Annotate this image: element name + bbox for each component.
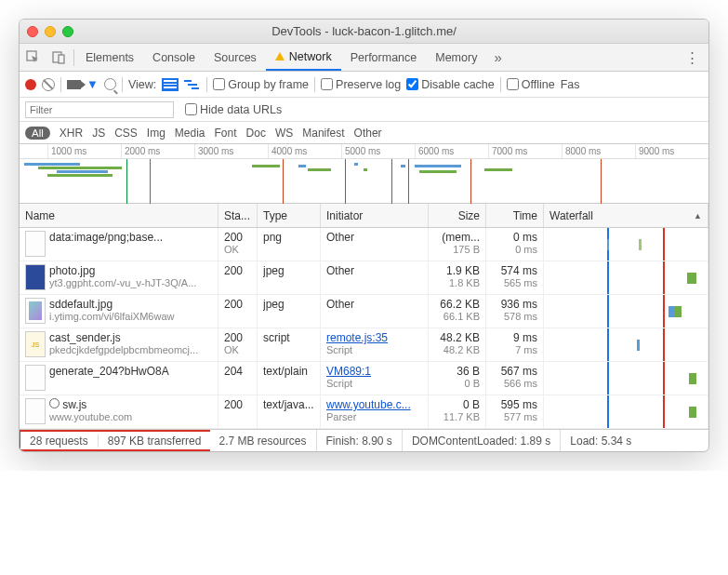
filter-font[interactable]: Font — [215, 127, 237, 140]
close-button[interactable] — [27, 26, 38, 37]
zoom-button[interactable] — [62, 26, 73, 37]
network-toolbar: ▼ View: Group by frame Preserve log Disa… — [20, 72, 708, 98]
network-table-header: Name Sta... Type Initiator Size Time Wat… — [20, 204, 708, 228]
status-transferred: 897 KB transferred — [99, 435, 211, 448]
tab-performance[interactable]: Performance — [341, 44, 427, 71]
status-load: Load: 5.34 s — [561, 430, 641, 451]
table-row[interactable]: sddefault.jpgi.ytimg.com/vi/6lfaiXM6waw … — [20, 295, 708, 328]
network-rows: data:image/png;base... 200OK png Other (… — [20, 228, 708, 429]
search-icon[interactable] — [104, 78, 116, 90]
window-controls — [27, 26, 73, 37]
status-resources: 2.7 MB resources — [209, 430, 316, 451]
filter-all[interactable]: All — [25, 127, 50, 140]
tab-elements[interactable]: Elements — [76, 44, 143, 71]
large-rows-icon[interactable] — [162, 78, 179, 91]
disable-cache-checkbox[interactable]: Disable cache — [406, 78, 495, 91]
settings-menu-icon[interactable]: ⋮ — [676, 49, 708, 66]
timeline-overview[interactable]: 1000 ms 2000 ms 3000 ms 4000 ms 5000 ms … — [20, 144, 708, 204]
inspect-icon[interactable] — [20, 44, 46, 71]
status-finish: Finish: 8.90 s — [317, 430, 403, 451]
minimize-button[interactable] — [45, 26, 56, 37]
gear-icon — [49, 398, 60, 408]
status-requests: 28 requests — [20, 435, 99, 448]
titlebar: DevTools - luck-bacon-1.glitch.me/ — [20, 20, 708, 44]
filter-ws[interactable]: WS — [275, 127, 293, 140]
sort-arrow-icon: ▲ — [694, 211, 702, 221]
col-waterfall[interactable]: Waterfall▲ — [544, 204, 708, 227]
waterfall-view-icon[interactable] — [184, 78, 201, 91]
filter-bar: Hide data URLs — [20, 98, 708, 122]
tab-console[interactable]: Console — [143, 44, 205, 71]
col-time[interactable]: Time — [486, 204, 544, 227]
table-row[interactable]: generate_204?bHwO8A 204 text/plain VM689… — [20, 362, 708, 395]
table-row[interactable]: sw.jswww.youtube.com 200 text/java... ww… — [20, 395, 708, 429]
col-status[interactable]: Sta... — [218, 204, 258, 227]
tab-sources[interactable]: Sources — [205, 44, 266, 71]
status-bar: 28 requests 897 KB transferred 2.7 MB re… — [20, 429, 708, 451]
filter-xhr[interactable]: XHR — [60, 127, 83, 140]
group-by-frame-checkbox[interactable]: Group by frame — [213, 78, 309, 91]
tab-memory[interactable]: Memory — [426, 44, 486, 71]
filter-other[interactable]: Other — [354, 127, 382, 140]
status-dcl: DOMContentLoaded: 1.89 s — [403, 430, 561, 451]
filter-input[interactable] — [25, 101, 174, 118]
filter-doc[interactable]: Doc — [246, 127, 266, 140]
filter-js[interactable]: JS — [92, 127, 105, 140]
more-tabs-icon[interactable]: » — [486, 49, 509, 65]
type-filter-bar: All XHR JS CSS Img Media Font Doc WS Man… — [20, 122, 708, 144]
table-row[interactable]: data:image/png;base... 200OK png Other (… — [20, 228, 708, 261]
filter-img[interactable]: Img — [147, 127, 165, 140]
warning-icon — [275, 52, 285, 60]
device-toggle-icon[interactable] — [46, 44, 72, 71]
view-label: View: — [128, 78, 156, 91]
filter-css[interactable]: CSS — [114, 127, 138, 140]
panel-tabs: Elements Console Sources Network Perform… — [20, 44, 708, 72]
filter-icon[interactable]: ▼ — [86, 77, 99, 91]
col-name[interactable]: Name — [20, 204, 218, 227]
offline-checkbox[interactable]: Offline — [507, 78, 555, 91]
preserve-log-checkbox[interactable]: Preserve log — [321, 78, 401, 91]
window-title: DevTools - luck-bacon-1.glitch.me/ — [20, 24, 708, 38]
filter-manifest[interactable]: Manifest — [302, 127, 344, 140]
filter-media[interactable]: Media — [175, 127, 205, 140]
table-row[interactable]: JScast_sender.jspkedcjkdefgpdelpbcmbmeom… — [20, 328, 708, 362]
table-row[interactable]: photo.jpgyt3.ggpht.com/-vu_v-hJT-3Q/A...… — [20, 261, 708, 295]
col-type[interactable]: Type — [258, 204, 321, 227]
throttle-label[interactable]: Fas — [561, 78, 580, 91]
svg-rect-2 — [59, 55, 64, 63]
tab-network[interactable]: Network — [266, 44, 341, 71]
hide-data-urls-checkbox[interactable]: Hide data URLs — [185, 103, 282, 116]
screenshot-icon[interactable] — [67, 80, 81, 89]
col-size[interactable]: Size — [429, 204, 486, 227]
devtools-window: DevTools - luck-bacon-1.glitch.me/ Eleme… — [19, 19, 709, 452]
col-initiator[interactable]: Initiator — [321, 204, 429, 227]
record-button[interactable] — [25, 79, 36, 90]
clear-button[interactable] — [42, 78, 55, 91]
